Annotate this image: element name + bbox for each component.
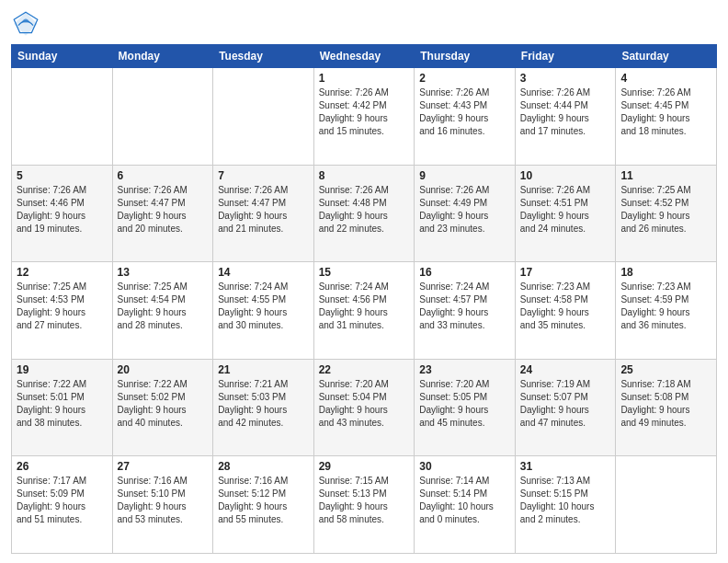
calendar-week-row: 5Sunrise: 7:26 AM Sunset: 4:46 PM Daylig… xyxy=(12,165,717,262)
day-number: 14 xyxy=(218,266,309,279)
calendar-cell: 1Sunrise: 7:26 AM Sunset: 4:42 PM Daylig… xyxy=(313,68,415,166)
day-of-week-header: Thursday xyxy=(415,45,516,68)
calendar-week-row: 26Sunrise: 7:17 AM Sunset: 5:09 PM Dayli… xyxy=(12,456,717,554)
day-info: Sunrise: 7:24 AM Sunset: 4:56 PM Dayligh… xyxy=(319,281,410,332)
day-number: 17 xyxy=(520,266,611,279)
day-info: Sunrise: 7:26 AM Sunset: 4:47 PM Dayligh… xyxy=(118,184,209,236)
day-of-week-header: Tuesday xyxy=(213,45,314,68)
day-of-week-header: Monday xyxy=(112,45,213,68)
day-number: 1 xyxy=(319,72,410,85)
calendar-cell: 4Sunrise: 7:26 AM Sunset: 4:45 PM Daylig… xyxy=(616,68,717,166)
calendar-header-row: SundayMondayTuesdayWednesdayThursdayFrid… xyxy=(12,45,717,68)
day-number: 6 xyxy=(118,169,209,182)
day-number: 4 xyxy=(620,72,711,85)
day-of-week-header: Saturday xyxy=(616,45,717,68)
calendar-cell: 7Sunrise: 7:26 AM Sunset: 4:47 PM Daylig… xyxy=(213,165,314,262)
calendar-cell xyxy=(112,68,213,166)
calendar-cell: 25Sunrise: 7:18 AM Sunset: 5:08 PM Dayli… xyxy=(616,359,717,456)
day-info: Sunrise: 7:26 AM Sunset: 4:47 PM Dayligh… xyxy=(218,184,309,236)
calendar-cell xyxy=(12,68,113,166)
calendar-cell: 10Sunrise: 7:26 AM Sunset: 4:51 PM Dayli… xyxy=(515,165,616,262)
day-info: Sunrise: 7:26 AM Sunset: 4:51 PM Dayligh… xyxy=(520,184,611,236)
day-number: 27 xyxy=(118,460,209,473)
day-number: 28 xyxy=(218,460,309,473)
header xyxy=(11,9,717,39)
day-number: 19 xyxy=(17,363,108,376)
day-info: Sunrise: 7:26 AM Sunset: 4:44 PM Dayligh… xyxy=(520,86,611,138)
day-info: Sunrise: 7:20 AM Sunset: 5:04 PM Dayligh… xyxy=(319,378,410,430)
calendar-cell: 11Sunrise: 7:25 AM Sunset: 4:52 PM Dayli… xyxy=(616,165,717,262)
day-number: 3 xyxy=(520,72,611,85)
calendar-cell: 31Sunrise: 7:13 AM Sunset: 5:15 PM Dayli… xyxy=(515,456,616,554)
calendar-cell: 29Sunrise: 7:15 AM Sunset: 5:13 PM Dayli… xyxy=(313,456,415,554)
day-info: Sunrise: 7:23 AM Sunset: 4:59 PM Dayligh… xyxy=(620,281,711,332)
day-number: 13 xyxy=(118,266,209,279)
day-info: Sunrise: 7:22 AM Sunset: 5:02 PM Dayligh… xyxy=(118,378,209,430)
day-info: Sunrise: 7:16 AM Sunset: 5:10 PM Dayligh… xyxy=(118,475,209,526)
day-number: 26 xyxy=(17,460,108,473)
day-info: Sunrise: 7:25 AM Sunset: 4:52 PM Dayligh… xyxy=(620,184,711,236)
calendar-cell: 13Sunrise: 7:25 AM Sunset: 4:54 PM Dayli… xyxy=(112,262,213,360)
day-number: 24 xyxy=(520,363,611,376)
day-info: Sunrise: 7:26 AM Sunset: 4:42 PM Dayligh… xyxy=(319,86,410,138)
day-info: Sunrise: 7:26 AM Sunset: 4:43 PM Dayligh… xyxy=(419,86,510,138)
calendar-cell xyxy=(616,456,717,554)
calendar-week-row: 12Sunrise: 7:25 AM Sunset: 4:53 PM Dayli… xyxy=(12,262,717,360)
day-info: Sunrise: 7:16 AM Sunset: 5:12 PM Dayligh… xyxy=(218,475,309,526)
day-info: Sunrise: 7:26 AM Sunset: 4:45 PM Dayligh… xyxy=(620,86,711,138)
calendar-cell: 6Sunrise: 7:26 AM Sunset: 4:47 PM Daylig… xyxy=(112,165,213,262)
day-number: 7 xyxy=(218,169,309,182)
day-info: Sunrise: 7:22 AM Sunset: 5:01 PM Dayligh… xyxy=(17,378,108,430)
day-info: Sunrise: 7:26 AM Sunset: 4:49 PM Dayligh… xyxy=(419,184,510,236)
day-of-week-header: Sunday xyxy=(12,45,113,68)
day-info: Sunrise: 7:13 AM Sunset: 5:15 PM Dayligh… xyxy=(520,475,611,526)
calendar-cell: 16Sunrise: 7:24 AM Sunset: 4:57 PM Dayli… xyxy=(415,262,516,360)
day-number: 21 xyxy=(218,363,309,376)
day-info: Sunrise: 7:25 AM Sunset: 4:53 PM Dayligh… xyxy=(17,281,108,332)
calendar-body: 1Sunrise: 7:26 AM Sunset: 4:42 PM Daylig… xyxy=(12,68,717,554)
calendar-cell: 8Sunrise: 7:26 AM Sunset: 4:48 PM Daylig… xyxy=(313,165,415,262)
day-info: Sunrise: 7:21 AM Sunset: 5:03 PM Dayligh… xyxy=(218,378,309,430)
calendar-cell xyxy=(213,68,314,166)
day-number: 22 xyxy=(319,363,410,376)
calendar-cell: 22Sunrise: 7:20 AM Sunset: 5:04 PM Dayli… xyxy=(313,359,415,456)
calendar-cell: 27Sunrise: 7:16 AM Sunset: 5:10 PM Dayli… xyxy=(112,456,213,554)
day-number: 5 xyxy=(17,169,108,182)
calendar-cell: 26Sunrise: 7:17 AM Sunset: 5:09 PM Dayli… xyxy=(12,456,113,554)
logo xyxy=(11,9,44,39)
calendar-cell: 17Sunrise: 7:23 AM Sunset: 4:58 PM Dayli… xyxy=(515,262,616,360)
day-number: 20 xyxy=(118,363,209,376)
day-number: 12 xyxy=(17,266,108,279)
day-number: 8 xyxy=(319,169,410,182)
calendar-cell: 24Sunrise: 7:19 AM Sunset: 5:07 PM Dayli… xyxy=(515,359,616,456)
calendar-cell: 12Sunrise: 7:25 AM Sunset: 4:53 PM Dayli… xyxy=(12,262,113,360)
day-number: 29 xyxy=(319,460,410,473)
calendar-cell: 5Sunrise: 7:26 AM Sunset: 4:46 PM Daylig… xyxy=(12,165,113,262)
calendar-cell: 9Sunrise: 7:26 AM Sunset: 4:49 PM Daylig… xyxy=(415,165,516,262)
day-number: 15 xyxy=(319,266,410,279)
calendar-cell: 23Sunrise: 7:20 AM Sunset: 5:05 PM Dayli… xyxy=(415,359,516,456)
calendar-cell: 21Sunrise: 7:21 AM Sunset: 5:03 PM Dayli… xyxy=(213,359,314,456)
calendar-cell: 15Sunrise: 7:24 AM Sunset: 4:56 PM Dayli… xyxy=(313,262,415,360)
day-number: 31 xyxy=(520,460,611,473)
day-info: Sunrise: 7:24 AM Sunset: 4:57 PM Dayligh… xyxy=(419,281,510,332)
calendar-week-row: 19Sunrise: 7:22 AM Sunset: 5:01 PM Dayli… xyxy=(12,359,717,456)
calendar-cell: 18Sunrise: 7:23 AM Sunset: 4:59 PM Dayli… xyxy=(616,262,717,360)
svg-marker-0 xyxy=(14,12,38,36)
calendar-cell: 30Sunrise: 7:14 AM Sunset: 5:14 PM Dayli… xyxy=(415,456,516,554)
day-info: Sunrise: 7:24 AM Sunset: 4:55 PM Dayligh… xyxy=(218,281,309,332)
day-of-week-header: Friday xyxy=(515,45,616,68)
day-of-week-header: Wednesday xyxy=(313,45,415,68)
day-info: Sunrise: 7:26 AM Sunset: 4:46 PM Dayligh… xyxy=(17,184,108,236)
day-number: 9 xyxy=(419,169,510,182)
day-number: 25 xyxy=(620,363,711,376)
calendar-cell: 14Sunrise: 7:24 AM Sunset: 4:55 PM Dayli… xyxy=(213,262,314,360)
day-info: Sunrise: 7:23 AM Sunset: 4:58 PM Dayligh… xyxy=(520,281,611,332)
day-info: Sunrise: 7:14 AM Sunset: 5:14 PM Dayligh… xyxy=(419,475,510,526)
day-number: 23 xyxy=(419,363,510,376)
day-info: Sunrise: 7:19 AM Sunset: 5:07 PM Dayligh… xyxy=(520,378,611,430)
calendar-table: SundayMondayTuesdayWednesdayThursdayFrid… xyxy=(11,44,717,554)
calendar-page: SundayMondayTuesdayWednesdayThursdayFrid… xyxy=(0,0,728,563)
day-info: Sunrise: 7:25 AM Sunset: 4:54 PM Dayligh… xyxy=(118,281,209,332)
logo-icon xyxy=(11,9,40,39)
